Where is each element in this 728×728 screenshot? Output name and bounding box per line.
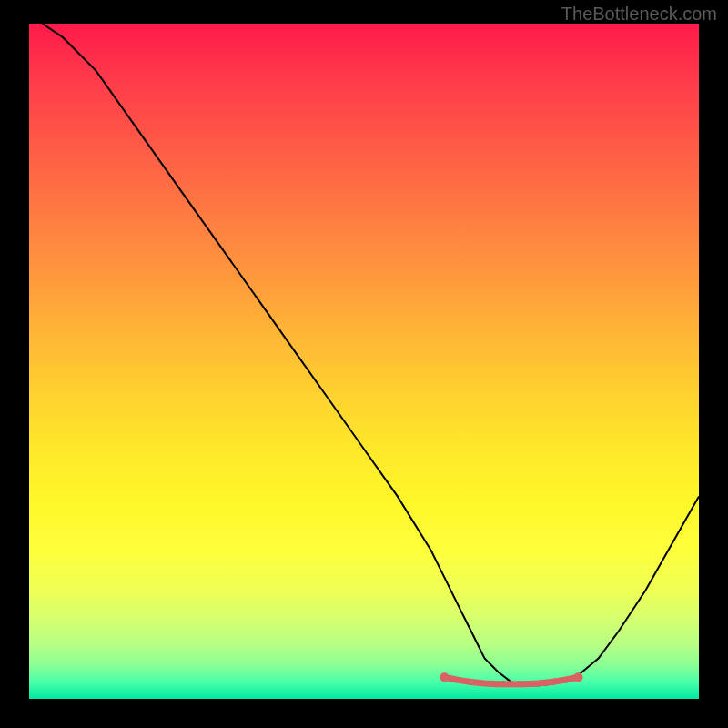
chart-plot-area <box>29 24 699 699</box>
optimal-band-marker <box>440 672 449 682</box>
optimal-band-marker <box>508 681 514 687</box>
bottleneck-curve-line <box>43 24 699 685</box>
optimal-band-marker <box>549 679 555 685</box>
optimal-band-marker <box>574 672 583 682</box>
optimal-band-marker <box>561 677 568 683</box>
watermark-text: TheBottleneck.com <box>561 4 717 25</box>
chart-svg <box>29 24 699 699</box>
optimal-band-marker <box>468 679 474 685</box>
